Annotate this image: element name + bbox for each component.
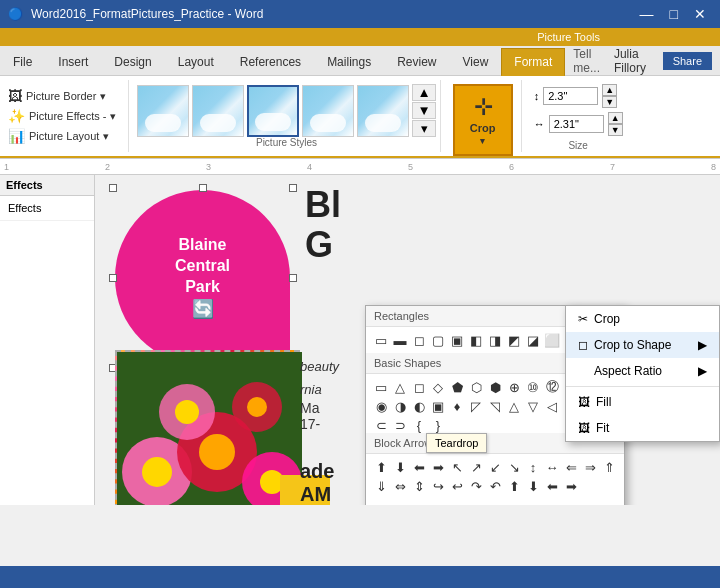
handle-tl[interactable] bbox=[109, 184, 117, 192]
shape-basic-15[interactable]: ◑ bbox=[391, 397, 409, 415]
arrow-22[interactable]: ⬇ bbox=[524, 477, 542, 495]
arrow-19[interactable]: ↷ bbox=[467, 477, 485, 495]
shape-basic-17[interactable]: ▣ bbox=[429, 397, 447, 415]
minimize-button[interactable]: — bbox=[634, 4, 660, 24]
arrow-34[interactable]: ⇩ bbox=[543, 503, 561, 505]
width-up-button[interactable]: ▲ bbox=[608, 112, 623, 124]
shape-basic-21[interactable]: △ bbox=[505, 397, 523, 415]
arrow-16[interactable]: ⇕ bbox=[410, 477, 428, 495]
arrow-14[interactable]: ⇓ bbox=[372, 477, 390, 495]
arrow-5[interactable]: ↖ bbox=[448, 458, 466, 476]
arrow-29[interactable]: ⤢ bbox=[448, 503, 466, 505]
arrow-25[interactable]: ⬱ bbox=[372, 503, 390, 505]
crop-menu-aspect-ratio[interactable]: ◻ Aspect Ratio ▶ bbox=[566, 358, 719, 384]
crop-menu-crop-to-shape[interactable]: ◻ Crop to Shape ▶ bbox=[566, 332, 719, 358]
style-thumb-3[interactable] bbox=[247, 85, 299, 137]
arrow-20[interactable]: ↶ bbox=[486, 477, 504, 495]
arrow-23[interactable]: ⬅ bbox=[543, 477, 561, 495]
arrow-2[interactable]: ⬇ bbox=[391, 458, 409, 476]
shape-basic-10[interactable]: ⑫ bbox=[543, 378, 561, 396]
styles-more-button[interactable]: ▾ bbox=[412, 120, 435, 137]
arrow-12[interactable]: ⇒ bbox=[581, 458, 599, 476]
arrow-31[interactable]: ⇤ bbox=[486, 503, 504, 505]
shape-basic-14[interactable]: ◉ bbox=[372, 397, 390, 415]
picture-layout-button[interactable]: 📊 Picture Layout ▾ bbox=[4, 126, 113, 146]
shape-basic-18[interactable]: ♦ bbox=[448, 397, 466, 415]
shape-basic-8[interactable]: ⊕ bbox=[505, 378, 523, 396]
shape-basic-7[interactable]: ⬢ bbox=[486, 378, 504, 396]
arrow-7[interactable]: ↙ bbox=[486, 458, 504, 476]
height-down-button[interactable]: ▼ bbox=[602, 96, 617, 108]
tab-insert[interactable]: Insert bbox=[45, 48, 101, 76]
shape-rect-1[interactable]: ▭ bbox=[372, 331, 390, 349]
shape-basic-3[interactable]: ◻ bbox=[410, 378, 428, 396]
shape-basic-29[interactable]: { bbox=[410, 416, 428, 434]
shape-basic-6[interactable]: ⬡ bbox=[467, 378, 485, 396]
tab-view[interactable]: View bbox=[450, 48, 502, 76]
shape-basic-22[interactable]: ▽ bbox=[524, 397, 542, 415]
tab-review[interactable]: Review bbox=[384, 48, 449, 76]
shape-rect-10[interactable]: ⬜ bbox=[543, 331, 561, 349]
width-input[interactable] bbox=[549, 115, 604, 133]
shape-rect-4[interactable]: ▢ bbox=[429, 331, 447, 349]
style-thumb-2[interactable] bbox=[192, 85, 244, 137]
arrow-15[interactable]: ⇔ bbox=[391, 477, 409, 495]
maximize-button[interactable]: □ bbox=[664, 4, 684, 24]
crop-button[interactable]: ⊹ Crop ▾ bbox=[453, 84, 513, 156]
shape-basic-27[interactable]: ⊂ bbox=[372, 416, 390, 434]
tab-layout[interactable]: Layout bbox=[165, 48, 227, 76]
shape-rect-2[interactable]: ▬ bbox=[391, 331, 409, 349]
shape-basic-19[interactable]: ◸ bbox=[467, 397, 485, 415]
tab-format[interactable]: Format bbox=[501, 48, 565, 76]
style-thumb-4[interactable] bbox=[302, 85, 354, 137]
style-thumb-1[interactable] bbox=[137, 85, 189, 137]
shape-basic-4[interactable]: ◇ bbox=[429, 378, 447, 396]
arrow-32[interactable]: ⇥ bbox=[505, 503, 523, 505]
tab-file[interactable]: File bbox=[0, 48, 45, 76]
shape-basic-1[interactable]: ▭ bbox=[372, 378, 390, 396]
shape-basic-2[interactable]: △ bbox=[391, 378, 409, 396]
arrow-33[interactable]: ⇧ bbox=[524, 503, 542, 505]
effects-item[interactable]: Effects bbox=[0, 196, 94, 221]
arrow-17[interactable]: ↪ bbox=[429, 477, 447, 495]
picture-border-button[interactable]: 🖼 Picture Border ▾ bbox=[4, 86, 110, 106]
handle-ml[interactable] bbox=[109, 274, 117, 282]
shape-rect-7[interactable]: ◨ bbox=[486, 331, 504, 349]
picture-effects-button[interactable]: ✨ Picture Effects - ▾ bbox=[4, 106, 120, 126]
arrow-27[interactable]: ↺ bbox=[410, 503, 428, 505]
close-button[interactable]: ✕ bbox=[688, 4, 712, 24]
tab-design[interactable]: Design bbox=[101, 48, 164, 76]
arrow-11[interactable]: ⇐ bbox=[562, 458, 580, 476]
handle-tm[interactable] bbox=[199, 184, 207, 192]
arrow-10[interactable]: ↔ bbox=[543, 458, 561, 476]
shape-basic-16[interactable]: ◐ bbox=[410, 397, 428, 415]
shape-rect-6[interactable]: ◧ bbox=[467, 331, 485, 349]
shape-basic-5[interactable]: ⬟ bbox=[448, 378, 466, 396]
handle-mr[interactable] bbox=[289, 274, 297, 282]
shape-basic-30[interactable]: } bbox=[429, 416, 447, 434]
height-input[interactable] bbox=[543, 87, 598, 105]
width-down-button[interactable]: ▼ bbox=[608, 124, 623, 136]
styles-up-button[interactable]: ▲ bbox=[412, 84, 435, 101]
handle-tr[interactable] bbox=[289, 184, 297, 192]
height-up-button[interactable]: ▲ bbox=[602, 84, 617, 96]
arrow-13[interactable]: ⇑ bbox=[600, 458, 618, 476]
shape-rect-9[interactable]: ◪ bbox=[524, 331, 542, 349]
arrow-6[interactable]: ↗ bbox=[467, 458, 485, 476]
tab-references[interactable]: References bbox=[227, 48, 314, 76]
arrow-28[interactable]: ↻ bbox=[429, 503, 447, 505]
arrow-8[interactable]: ↘ bbox=[505, 458, 523, 476]
style-thumb-5[interactable] bbox=[357, 85, 409, 137]
crop-menu-fill[interactable]: 🖼 Fill bbox=[566, 389, 719, 415]
crop-menu-crop[interactable]: ✂ Crop bbox=[566, 306, 719, 332]
crop-menu-fit[interactable]: 🖼 Fit bbox=[566, 415, 719, 441]
arrow-30[interactable]: ⤡ bbox=[467, 503, 485, 505]
arrow-3[interactable]: ⬅ bbox=[410, 458, 428, 476]
shape-basic-28[interactable]: ⊃ bbox=[391, 416, 409, 434]
arrow-24[interactable]: ➡ bbox=[562, 477, 580, 495]
shape-basic-20[interactable]: ◹ bbox=[486, 397, 504, 415]
share-button[interactable]: Share bbox=[663, 52, 712, 70]
shape-rect-8[interactable]: ◩ bbox=[505, 331, 523, 349]
shape-rect-3[interactable]: ◻ bbox=[410, 331, 428, 349]
tell-me-input[interactable]: Tell me... bbox=[573, 47, 606, 75]
